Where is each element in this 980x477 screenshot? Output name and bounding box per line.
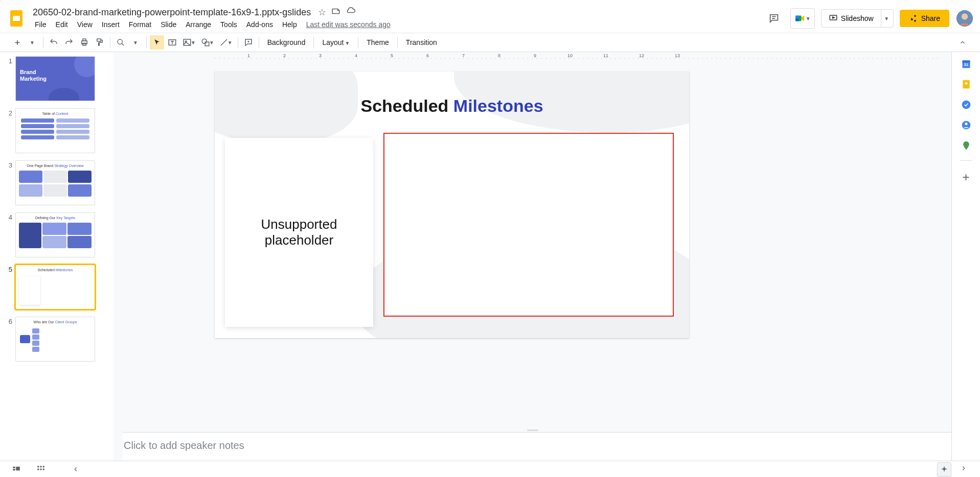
menu-view[interactable]: View xyxy=(73,18,97,31)
main-area: 1 BrandMarketing 2 Table of Content xyxy=(0,52,980,461)
svg-rect-40 xyxy=(40,466,42,467)
slide-thumbnail-2[interactable]: Table of Content xyxy=(15,108,95,153)
meet-button[interactable]: ▼ xyxy=(790,8,815,29)
shape-tool[interactable]: ▼ xyxy=(199,35,216,50)
side-panel: 31 + xyxy=(951,52,980,461)
slide-thumbnail-1[interactable]: BrandMarketing xyxy=(15,56,95,101)
slideshow-dropdown[interactable]: ▼ xyxy=(881,10,893,27)
menu-slide[interactable]: Slide xyxy=(156,18,180,31)
title-area: 20650-02-brand-marketing-powerpoint-temp… xyxy=(31,6,764,31)
slide-thumbnail-4[interactable]: Defining Our Key Targets xyxy=(15,212,95,257)
line-tool[interactable]: ▼ xyxy=(217,35,235,50)
canvas-scroll[interactable]: Scheduled Milestones Unsupported placeho… xyxy=(113,61,951,428)
new-slide-button[interactable]: ＋ xyxy=(10,35,25,50)
keep-icon[interactable] xyxy=(961,79,972,90)
svg-rect-12 xyxy=(83,39,86,41)
transition-button[interactable]: Transition xyxy=(401,38,442,46)
filmstrip[interactable]: 1 BrandMarketing 2 Table of Content xyxy=(0,52,113,461)
new-slide-dropdown[interactable]: ▼ xyxy=(26,35,40,50)
svg-point-22 xyxy=(202,39,207,43)
toolbar: ＋ ▼ ▼ ▼ ▼ ▼ Background Layout ▼ Theme Tr… xyxy=(0,33,980,52)
collapse-toolbar-icon[interactable] xyxy=(955,35,970,50)
header-right: ▼ Slideshow ▼ Share xyxy=(764,8,974,29)
svg-rect-36 xyxy=(13,466,15,468)
menu-tools[interactable]: Tools xyxy=(216,18,241,31)
document-title[interactable]: 20650-02-brand-marketing-powerpoint-temp… xyxy=(31,6,313,19)
explore-button[interactable] xyxy=(937,462,951,476)
comment-tool[interactable] xyxy=(241,35,256,50)
thumb-preview: Who are Our Client Groups xyxy=(16,317,95,361)
star-icon[interactable]: ☆ xyxy=(318,7,326,18)
menu-format[interactable]: Format xyxy=(125,18,155,31)
svg-rect-43 xyxy=(40,468,42,470)
annotation-highlight-box xyxy=(383,133,674,317)
move-icon[interactable] xyxy=(331,7,340,18)
menu-help[interactable]: Help xyxy=(278,18,301,31)
svg-point-32 xyxy=(962,101,970,109)
select-tool[interactable] xyxy=(150,35,164,50)
svg-point-34 xyxy=(965,123,967,125)
svg-line-24 xyxy=(221,39,227,45)
speaker-notes[interactable]: Click to add speaker notes xyxy=(113,432,951,461)
menu-addons[interactable]: Add-ons xyxy=(242,18,277,31)
unsupported-placeholder[interactable]: Unsupported placeholder xyxy=(225,138,373,327)
thumb-row: 4 Defining Our Key Targets xyxy=(2,212,111,257)
menu-insert[interactable]: Insert xyxy=(98,18,124,31)
layout-button[interactable]: Layout ▼ xyxy=(317,38,355,46)
redo-button[interactable] xyxy=(62,35,76,50)
image-tool[interactable]: ▼ xyxy=(180,35,198,50)
calendar-icon[interactable]: 31 xyxy=(961,58,972,69)
maps-icon[interactable] xyxy=(961,140,972,151)
slideshow-group: Slideshow ▼ xyxy=(821,9,894,28)
slideshow-button[interactable]: Slideshow xyxy=(822,10,881,27)
svg-rect-6 xyxy=(795,18,799,21)
thumb-row: 3 One Page Brand Strategy Overview xyxy=(2,160,111,205)
svg-rect-39 xyxy=(37,466,39,467)
zoom-button[interactable] xyxy=(113,35,128,50)
menu-edit[interactable]: Edit xyxy=(52,18,72,31)
horizontal-ruler[interactable]: 1 2 3 4 5 6 7 8 9 10 11 12 13 xyxy=(123,52,951,61)
menu-arrange[interactable]: Arrange xyxy=(181,18,215,31)
svg-point-10 xyxy=(962,13,968,19)
share-label: Share xyxy=(921,14,940,22)
slide-thumbnail-3[interactable]: One Page Brand Strategy Overview xyxy=(15,160,95,205)
svg-rect-41 xyxy=(43,466,44,467)
user-avatar[interactable] xyxy=(955,9,974,28)
thumb-number: 3 xyxy=(2,160,12,205)
share-button[interactable]: Share xyxy=(900,10,949,27)
notes-resize-handle[interactable] xyxy=(113,428,951,432)
notes-placeholder: Click to add speaker notes xyxy=(124,440,941,451)
zoom-dropdown[interactable]: ▼ xyxy=(129,35,143,50)
expand-sidepanel-icon[interactable] xyxy=(958,462,970,474)
svg-rect-44 xyxy=(43,468,44,470)
cloud-status-icon[interactable] xyxy=(346,6,356,19)
comments-icon[interactable] xyxy=(764,8,784,29)
svg-rect-37 xyxy=(13,469,15,470)
chevron-down-icon: ▼ xyxy=(806,16,811,21)
tasks-icon[interactable] xyxy=(961,99,972,110)
slide-thumbnail-5[interactable]: Scheduled Milestones xyxy=(15,265,95,309)
textbox-tool[interactable] xyxy=(165,35,179,50)
filmstrip-view-icon[interactable] xyxy=(10,463,22,475)
svg-point-31 xyxy=(965,82,967,85)
slide-thumbnail-6[interactable]: Who are Our Client Groups xyxy=(15,317,95,362)
slide-title[interactable]: Scheduled Milestones xyxy=(215,96,689,116)
svg-rect-8 xyxy=(911,18,911,20)
svg-rect-14 xyxy=(97,39,101,41)
undo-button[interactable] xyxy=(47,35,61,50)
last-edit-link[interactable]: Last edit was seconds ago xyxy=(302,18,395,31)
paint-format-button[interactable] xyxy=(93,35,107,50)
slides-logo[interactable] xyxy=(6,8,27,29)
thumb-number: 1 xyxy=(2,56,12,101)
thumb-number: 6 xyxy=(2,317,12,362)
grid-view-icon[interactable] xyxy=(35,463,47,475)
addons-plus-icon[interactable]: + xyxy=(962,170,969,184)
slide-canvas[interactable]: Scheduled Milestones Unsupported placeho… xyxy=(215,71,689,338)
menu-file[interactable]: File xyxy=(31,18,51,31)
print-button[interactable] xyxy=(77,35,92,50)
thumb-number: 2 xyxy=(2,108,12,153)
background-button[interactable]: Background xyxy=(262,38,311,46)
contacts-icon[interactable] xyxy=(961,120,972,131)
theme-button[interactable]: Theme xyxy=(361,38,394,46)
collapse-filmstrip-icon[interactable] xyxy=(70,463,82,475)
